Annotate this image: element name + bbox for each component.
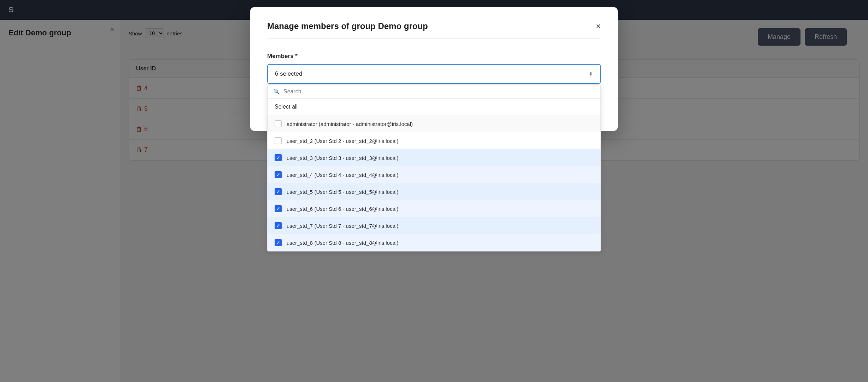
option-checkbox[interactable] bbox=[275, 205, 282, 212]
option-row[interactable]: user_std_4 (User Std 4 - user_std_4@iris… bbox=[268, 166, 600, 183]
option-row[interactable]: user_std_2 (User Std 2 - user_std_2@iris… bbox=[268, 132, 600, 149]
option-row[interactable]: user_std_6 (User Std 6 - user_std_6@iris… bbox=[268, 200, 600, 217]
manage-members-modal: Manage members of group Demo group × Mem… bbox=[250, 7, 618, 131]
option-label: user_std_7 (User Std 7 - user_std_7@iris… bbox=[287, 223, 398, 229]
option-checkbox[interactable] bbox=[275, 188, 282, 195]
search-box: 🔍 bbox=[268, 85, 600, 99]
multiselect-dropdown: 🔍 Select all administrator (administrato… bbox=[267, 85, 601, 251]
option-checkbox[interactable] bbox=[275, 137, 282, 144]
option-row[interactable]: administrator (administrator - administr… bbox=[268, 115, 600, 132]
selected-count: 6 selected bbox=[275, 70, 303, 77]
option-row[interactable]: user_std_5 (User Std 5 - user_std_5@iris… bbox=[268, 183, 600, 200]
modal-header: Manage members of group Demo group × bbox=[267, 21, 601, 39]
option-label: user_std_6 (User Std 6 - user_std_6@iris… bbox=[287, 206, 398, 212]
modal-close-button[interactable]: × bbox=[596, 22, 601, 30]
option-row[interactable]: user_std_8 (User Std 8 - user_std_8@iris… bbox=[268, 234, 600, 251]
option-label: administrator (administrator - administr… bbox=[287, 121, 413, 127]
option-checkbox[interactable] bbox=[275, 120, 282, 127]
option-label: user_std_5 (User Std 5 - user_std_5@iris… bbox=[287, 189, 398, 195]
members-label: Members * bbox=[267, 53, 601, 60]
select-all-label: Select all bbox=[275, 104, 298, 110]
option-checkbox[interactable] bbox=[275, 222, 282, 229]
option-checkbox[interactable] bbox=[275, 239, 282, 246]
options-list: administrator (administrator - administr… bbox=[268, 115, 600, 251]
option-row[interactable]: user_std_3 (User Std 3 - user_std_3@iris… bbox=[268, 149, 600, 166]
search-icon: 🔍 bbox=[273, 88, 280, 95]
select-all-option[interactable]: Select all bbox=[268, 99, 600, 115]
members-multiselect: 6 selected ⬍ 🔍 Select all administrator … bbox=[267, 64, 601, 84]
search-input[interactable] bbox=[283, 88, 595, 95]
option-label: user_std_3 (User Std 3 - user_std_3@iris… bbox=[287, 155, 398, 161]
chevron-icon: ⬍ bbox=[589, 71, 593, 77]
modal-overlay: Manage members of group Demo group × Mem… bbox=[0, 0, 868, 382]
option-label: user_std_8 (User Std 8 - user_std_8@iris… bbox=[287, 240, 398, 246]
multiselect-trigger[interactable]: 6 selected ⬍ bbox=[267, 64, 601, 84]
option-checkbox[interactable] bbox=[275, 154, 282, 161]
modal-title: Manage members of group Demo group bbox=[267, 21, 428, 31]
option-label: user_std_4 (User Std 4 - user_std_4@iris… bbox=[287, 172, 398, 178]
option-checkbox[interactable] bbox=[275, 171, 282, 178]
option-label: user_std_2 (User Std 2 - user_std_2@iris… bbox=[287, 138, 398, 144]
option-row[interactable]: user_std_7 (User Std 7 - user_std_7@iris… bbox=[268, 217, 600, 234]
